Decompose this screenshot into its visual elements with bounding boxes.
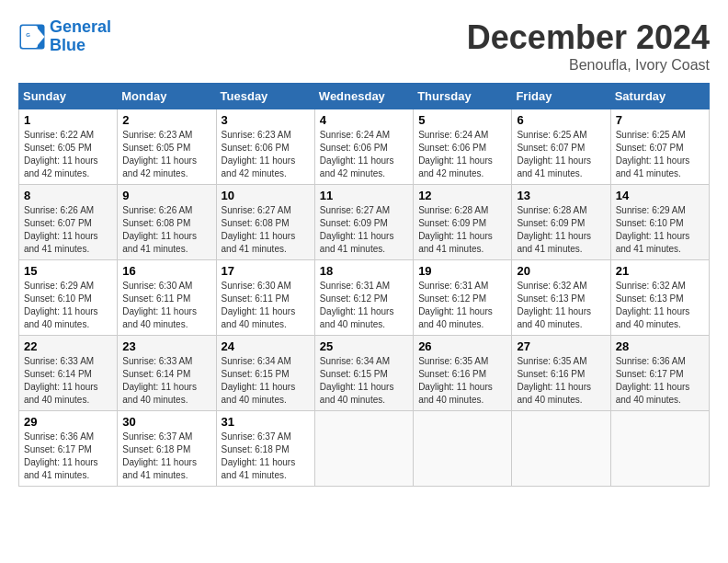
day-cell bbox=[512, 411, 610, 487]
day-cell: 5 Sunrise: 6:24 AM Sunset: 6:06 PM Dayli… bbox=[414, 109, 512, 185]
day-cell: 30 Sunrise: 6:37 AM Sunset: 6:18 PM Dayl… bbox=[118, 411, 216, 487]
day-number: 15 bbox=[24, 264, 112, 278]
day-info: Sunrise: 6:27 AM Sunset: 6:09 PM Dayligh… bbox=[320, 204, 408, 256]
day-info: Sunrise: 6:35 AM Sunset: 6:16 PM Dayligh… bbox=[517, 355, 605, 407]
day-number: 8 bbox=[24, 189, 112, 202]
day-number: 6 bbox=[517, 113, 605, 127]
day-cell: 22 Sunrise: 6:33 AM Sunset: 6:14 PM Dayl… bbox=[19, 336, 118, 411]
day-number: 11 bbox=[320, 189, 408, 202]
day-cell: 14 Sunrise: 6:29 AM Sunset: 6:10 PM Dayl… bbox=[610, 185, 709, 260]
day-number: 25 bbox=[320, 339, 408, 353]
day-cell: 25 Sunrise: 6:34 AM Sunset: 6:15 PM Dayl… bbox=[314, 336, 413, 411]
day-info: Sunrise: 6:26 AM Sunset: 6:08 PM Dayligh… bbox=[122, 204, 210, 256]
day-cell: 26 Sunrise: 6:35 AM Sunset: 6:16 PM Dayl… bbox=[414, 336, 512, 411]
logo-text: General Blue bbox=[50, 18, 111, 55]
day-info: Sunrise: 6:36 AM Sunset: 6:17 PM Dayligh… bbox=[24, 431, 112, 482]
day-number: 10 bbox=[222, 189, 310, 202]
day-info: Sunrise: 6:24 AM Sunset: 6:06 PM Dayligh… bbox=[418, 129, 506, 180]
week-row-4: 22 Sunrise: 6:33 AM Sunset: 6:14 PM Dayl… bbox=[19, 336, 710, 411]
location-title: Benoufla, Ivory Coast bbox=[467, 57, 710, 74]
day-cell bbox=[314, 411, 413, 487]
day-number: 29 bbox=[24, 415, 112, 429]
page-header: G General Blue December 2024 Benoufla, I… bbox=[18, 18, 710, 74]
day-cell: 6 Sunrise: 6:25 AM Sunset: 6:07 PM Dayli… bbox=[512, 109, 610, 185]
month-title: December 2024 bbox=[467, 18, 710, 57]
calendar-header-row: SundayMondayTuesdayWednesdayThursdayFrid… bbox=[19, 84, 710, 109]
day-cell: 24 Sunrise: 6:34 AM Sunset: 6:15 PM Dayl… bbox=[216, 336, 314, 411]
week-row-2: 8 Sunrise: 6:26 AM Sunset: 6:07 PM Dayli… bbox=[19, 185, 710, 260]
logo-line1: General bbox=[50, 17, 111, 36]
day-info: Sunrise: 6:24 AM Sunset: 6:06 PM Dayligh… bbox=[320, 129, 408, 180]
day-info: Sunrise: 6:37 AM Sunset: 6:18 PM Dayligh… bbox=[222, 431, 310, 482]
calendar-table: SundayMondayTuesdayWednesdayThursdayFrid… bbox=[18, 83, 710, 487]
day-number: 13 bbox=[517, 189, 605, 202]
day-cell: 31 Sunrise: 6:37 AM Sunset: 6:18 PM Dayl… bbox=[216, 411, 314, 487]
day-number: 21 bbox=[616, 264, 704, 278]
day-cell: 15 Sunrise: 6:29 AM Sunset: 6:10 PM Dayl… bbox=[19, 260, 118, 336]
day-cell bbox=[610, 411, 709, 487]
day-cell: 19 Sunrise: 6:31 AM Sunset: 6:12 PM Dayl… bbox=[414, 260, 512, 336]
day-number: 12 bbox=[418, 189, 506, 202]
day-info: Sunrise: 6:29 AM Sunset: 6:10 PM Dayligh… bbox=[24, 280, 112, 331]
day-info: Sunrise: 6:34 AM Sunset: 6:15 PM Dayligh… bbox=[222, 355, 310, 407]
day-cell: 29 Sunrise: 6:36 AM Sunset: 6:17 PM Dayl… bbox=[19, 411, 118, 487]
day-number: 3 bbox=[222, 113, 310, 127]
day-number: 31 bbox=[222, 415, 310, 429]
week-row-1: 1 Sunrise: 6:22 AM Sunset: 6:05 PM Dayli… bbox=[19, 109, 710, 185]
day-cell: 13 Sunrise: 6:28 AM Sunset: 6:09 PM Dayl… bbox=[512, 185, 610, 260]
day-info: Sunrise: 6:27 AM Sunset: 6:08 PM Dayligh… bbox=[222, 204, 310, 256]
calendar-body: 1 Sunrise: 6:22 AM Sunset: 6:05 PM Dayli… bbox=[19, 109, 710, 487]
logo-line2: Blue bbox=[50, 36, 85, 54]
day-info: Sunrise: 6:28 AM Sunset: 6:09 PM Dayligh… bbox=[418, 204, 506, 256]
logo: G General Blue bbox=[18, 18, 111, 55]
day-number: 9 bbox=[122, 189, 210, 202]
day-info: Sunrise: 6:28 AM Sunset: 6:09 PM Dayligh… bbox=[517, 204, 605, 256]
day-info: Sunrise: 6:32 AM Sunset: 6:13 PM Dayligh… bbox=[517, 280, 605, 331]
day-info: Sunrise: 6:35 AM Sunset: 6:16 PM Dayligh… bbox=[418, 355, 506, 407]
day-cell: 3 Sunrise: 6:23 AM Sunset: 6:06 PM Dayli… bbox=[216, 109, 314, 185]
day-cell: 2 Sunrise: 6:23 AM Sunset: 6:05 PM Dayli… bbox=[118, 109, 216, 185]
day-cell: 28 Sunrise: 6:36 AM Sunset: 6:17 PM Dayl… bbox=[610, 336, 709, 411]
day-cell: 10 Sunrise: 6:27 AM Sunset: 6:08 PM Dayl… bbox=[216, 185, 314, 260]
day-number: 22 bbox=[24, 339, 112, 353]
day-number: 19 bbox=[418, 264, 506, 278]
day-number: 27 bbox=[517, 339, 605, 353]
day-cell: 9 Sunrise: 6:26 AM Sunset: 6:08 PM Dayli… bbox=[118, 185, 216, 260]
day-number: 16 bbox=[122, 264, 210, 278]
day-number: 24 bbox=[222, 339, 310, 353]
day-cell: 7 Sunrise: 6:25 AM Sunset: 6:07 PM Dayli… bbox=[610, 109, 709, 185]
day-cell: 16 Sunrise: 6:30 AM Sunset: 6:11 PM Dayl… bbox=[118, 260, 216, 336]
day-info: Sunrise: 6:37 AM Sunset: 6:18 PM Dayligh… bbox=[122, 431, 210, 482]
title-area: December 2024 Benoufla, Ivory Coast bbox=[467, 18, 710, 74]
day-info: Sunrise: 6:31 AM Sunset: 6:12 PM Dayligh… bbox=[418, 280, 506, 331]
svg-text:G: G bbox=[26, 32, 30, 38]
day-cell: 12 Sunrise: 6:28 AM Sunset: 6:09 PM Dayl… bbox=[414, 185, 512, 260]
day-cell: 4 Sunrise: 6:24 AM Sunset: 6:06 PM Dayli… bbox=[314, 109, 413, 185]
header-cell-sunday: Sunday bbox=[19, 84, 118, 109]
day-info: Sunrise: 6:30 AM Sunset: 6:11 PM Dayligh… bbox=[222, 280, 310, 331]
day-info: Sunrise: 6:26 AM Sunset: 6:07 PM Dayligh… bbox=[24, 204, 112, 256]
day-cell: 20 Sunrise: 6:32 AM Sunset: 6:13 PM Dayl… bbox=[512, 260, 610, 336]
day-cell: 21 Sunrise: 6:32 AM Sunset: 6:13 PM Dayl… bbox=[610, 260, 709, 336]
day-info: Sunrise: 6:29 AM Sunset: 6:10 PM Dayligh… bbox=[616, 204, 704, 256]
day-number: 14 bbox=[616, 189, 704, 202]
day-info: Sunrise: 6:36 AM Sunset: 6:17 PM Dayligh… bbox=[616, 355, 704, 407]
day-info: Sunrise: 6:22 AM Sunset: 6:05 PM Dayligh… bbox=[24, 129, 112, 180]
day-number: 26 bbox=[418, 339, 506, 353]
day-cell: 18 Sunrise: 6:31 AM Sunset: 6:12 PM Dayl… bbox=[314, 260, 413, 336]
day-cell: 8 Sunrise: 6:26 AM Sunset: 6:07 PM Dayli… bbox=[19, 185, 118, 260]
header-cell-thursday: Thursday bbox=[414, 84, 512, 109]
day-cell bbox=[414, 411, 512, 487]
day-cell: 27 Sunrise: 6:35 AM Sunset: 6:16 PM Dayl… bbox=[512, 336, 610, 411]
day-info: Sunrise: 6:34 AM Sunset: 6:15 PM Dayligh… bbox=[320, 355, 408, 407]
day-info: Sunrise: 6:32 AM Sunset: 6:13 PM Dayligh… bbox=[616, 280, 704, 331]
header-cell-tuesday: Tuesday bbox=[216, 84, 314, 109]
day-cell: 11 Sunrise: 6:27 AM Sunset: 6:09 PM Dayl… bbox=[314, 185, 413, 260]
header-cell-friday: Friday bbox=[512, 84, 610, 109]
day-number: 1 bbox=[24, 113, 112, 127]
header-cell-wednesday: Wednesday bbox=[314, 84, 413, 109]
day-info: Sunrise: 6:33 AM Sunset: 6:14 PM Dayligh… bbox=[24, 355, 112, 407]
day-cell: 17 Sunrise: 6:30 AM Sunset: 6:11 PM Dayl… bbox=[216, 260, 314, 336]
header-cell-saturday: Saturday bbox=[610, 84, 709, 109]
day-number: 20 bbox=[517, 264, 605, 278]
